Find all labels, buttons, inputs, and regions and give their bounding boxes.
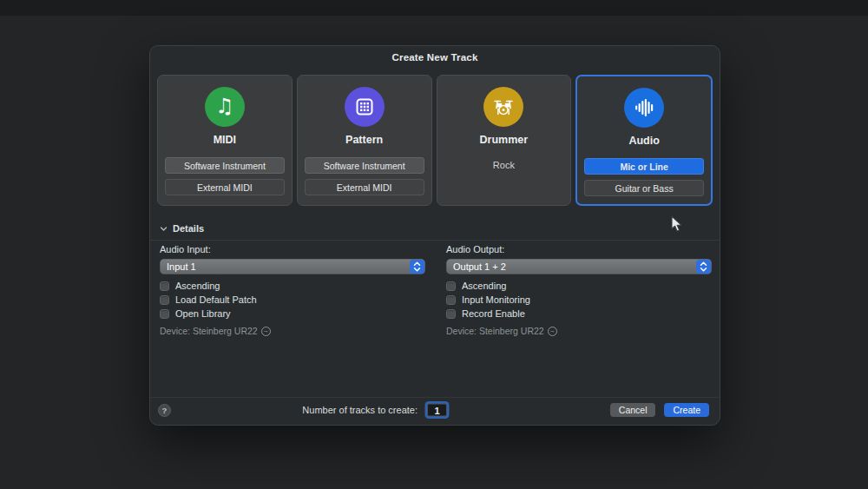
music-note-glyph: ♫ [215, 94, 234, 118]
checkbox-label: Open Library [175, 308, 231, 319]
dialog-footer: ? Number of tracks to create: Cancel Cre… [150, 395, 720, 425]
input-monitoring-checkbox[interactable] [446, 295, 456, 305]
output-device-link[interactable]: Device: Steinberg UR22 → [446, 326, 712, 336]
drum-kit-icon [483, 87, 523, 127]
load-default-patch-checkbox[interactable] [160, 295, 169, 305]
stepper-icon[interactable] [696, 260, 711, 274]
audio-input-checkbox-group: Ascending Load Default Patch Open Librar… [160, 281, 425, 319]
checkbox-row: Ascending [160, 281, 425, 291]
stepper-icon[interactable] [410, 260, 424, 274]
pattern-grid-icon [345, 87, 385, 127]
waveform-icon [624, 88, 664, 128]
details-disclosure[interactable]: Details [160, 223, 204, 234]
checkbox-label: Load Default Patch [175, 294, 257, 305]
software-instrument-button-midi[interactable]: Software Instrument [165, 157, 285, 174]
checkbox-row: Open Library [160, 308, 425, 319]
audio-input-label: Audio Input: [160, 244, 425, 254]
software-instrument-button-pattern[interactable]: Software Instrument [305, 157, 424, 174]
checkbox-label: Ascending [462, 281, 506, 291]
desktop-background: Create New Track ♫ MIDI Software Instrum… [0, 0, 868, 489]
track-type-cards: ♫ MIDI Software Instrument External MIDI [157, 75, 713, 206]
tracks-count-input[interactable] [427, 404, 447, 417]
guitar-or-bass-button[interactable]: Guitar or Bass [584, 180, 704, 196]
footer-buttons: Cancel Create [610, 403, 709, 417]
input-device-label: Device: Steinberg UR22 [160, 326, 258, 336]
external-midi-button-midi[interactable]: External MIDI [165, 179, 285, 195]
ascending-output-checkbox[interactable] [446, 281, 456, 291]
audio-output-column: Audio Output: Output 1 + 2 Ascending [446, 244, 712, 336]
track-type-card-drummer[interactable]: Drummer Rock [437, 75, 572, 206]
checkbox-row: Record Enable [446, 308, 712, 319]
audio-output-label: Audio Output: [446, 244, 712, 254]
audio-output-value: Output 1 + 2 [453, 261, 506, 272]
waveform-glyph [632, 96, 656, 120]
tracks-count-label: Number of tracks to create: [302, 405, 418, 415]
audio-input-value: Input 1 [167, 261, 196, 272]
mic-or-line-button[interactable]: Mic or Line [584, 158, 704, 175]
audio-output-dropdown[interactable]: Output 1 + 2 [446, 259, 712, 274]
output-device-label: Device: Steinberg UR22 [446, 326, 544, 336]
arrow-right-circle-icon[interactable]: → [548, 327, 557, 336]
checkbox-row: Ascending [446, 281, 712, 291]
track-type-card-midi[interactable]: ♫ MIDI Software Instrument External MIDI [157, 75, 293, 206]
card-label-pattern: Pattern [345, 134, 383, 146]
audio-input-dropdown[interactable]: Input 1 [160, 259, 425, 274]
help-button[interactable]: ? [158, 404, 171, 417]
details-divider [150, 240, 720, 241]
drummer-style-label: Rock [437, 160, 571, 170]
arrow-right-circle-icon[interactable]: → [261, 327, 271, 336]
ascending-checkbox-input[interactable] [160, 281, 169, 291]
drum-kit-glyph [492, 96, 515, 118]
card-label-drummer: Drummer [480, 134, 529, 146]
card-label-midi: MIDI [214, 134, 236, 146]
checkbox-row: Input Monitoring [446, 294, 712, 305]
create-button[interactable]: Create [664, 403, 709, 417]
audio-output-checkbox-group: Ascending Input Monitoring Record Enable [446, 281, 712, 319]
external-midi-button-pattern[interactable]: External MIDI [305, 179, 424, 195]
track-type-card-audio[interactable]: Audio Mic or Line Guitar or Bass [575, 75, 713, 206]
create-new-track-dialog: Create New Track ♫ MIDI Software Instrum… [149, 45, 720, 426]
chevron-down-icon [160, 225, 168, 233]
pattern-grid-glyph [353, 96, 376, 118]
dialog-title: Create New Track [150, 52, 720, 63]
checkbox-label: Ascending [175, 281, 220, 291]
open-library-checkbox[interactable] [160, 309, 169, 319]
input-device-link[interactable]: Device: Steinberg UR22 → [160, 326, 425, 336]
checkbox-label: Record Enable [462, 308, 525, 319]
audio-input-column: Audio Input: Input 1 Ascending Load [160, 244, 425, 336]
music-note-icon: ♫ [205, 87, 245, 127]
track-type-card-pattern[interactable]: Pattern Software Instrument External MID… [297, 75, 432, 206]
top-letterbox-strip [0, 0, 868, 16]
checkbox-label: Input Monitoring [462, 294, 530, 305]
cancel-button[interactable]: Cancel [610, 403, 656, 417]
details-header-label: Details [173, 223, 204, 234]
card-label-audio: Audio [628, 135, 659, 147]
record-enable-checkbox[interactable] [446, 309, 456, 319]
checkbox-row: Load Default Patch [160, 294, 425, 305]
